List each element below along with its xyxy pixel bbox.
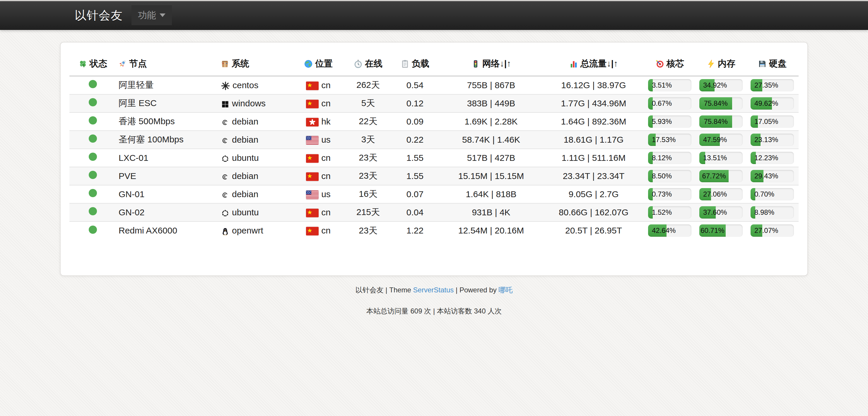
dart-icon xyxy=(655,59,664,68)
cpu-progress-label: 5.93% xyxy=(652,115,672,128)
status-online-dot xyxy=(89,135,97,143)
table-header-row: 状态节点系统位置在线负载网络↓|↑总流量↓|↑核芯内存硬盘 xyxy=(69,54,799,76)
openwrt-icon xyxy=(221,227,229,236)
server-row[interactable]: 香港 500Mbpsdebianhk22天0.091.69K | 2.28K1.… xyxy=(69,113,799,131)
uptime-cell: 16天 xyxy=(345,185,392,203)
location-cell: cn xyxy=(292,167,345,185)
server-row[interactable]: 阿里 ESCwindowscn5天0.12383B | 449B1.77G | … xyxy=(69,94,799,113)
ram-progress: 60.71% xyxy=(699,225,743,237)
ram-cell: 27.06% xyxy=(696,185,746,203)
disk-progress: 17.05% xyxy=(750,115,794,128)
powered-by-link[interactable]: 哪吒 xyxy=(498,286,513,294)
rocket-icon xyxy=(118,59,127,68)
ram-progress: 34.92% xyxy=(699,79,743,91)
disk-progress-label: 27.35% xyxy=(754,79,778,91)
os-name: openwrt xyxy=(232,226,263,235)
ram-cell: 67.72% xyxy=(696,167,746,185)
cpu-cell: 8.50% xyxy=(643,167,696,185)
network-speed-cell: 1.69K | 2.28K xyxy=(438,113,544,131)
column-header-label-traffic: 总流量↓|↑ xyxy=(581,59,618,68)
load-cell: 1.22 xyxy=(392,221,438,240)
status-cell xyxy=(69,149,116,167)
load-cell: 1.55 xyxy=(392,149,438,167)
uptime-cell: 23天 xyxy=(345,149,392,167)
disk-cell: 23.13% xyxy=(746,131,799,149)
package-icon xyxy=(220,59,229,68)
ram-progress-label: 37.60% xyxy=(703,206,727,218)
os-name: debian xyxy=(232,189,258,199)
load-cell: 0.04 xyxy=(392,203,438,221)
column-header-ram: 内存 xyxy=(696,54,746,76)
ubuntu-icon xyxy=(221,209,229,217)
status-cell xyxy=(69,94,116,113)
status-cell xyxy=(69,113,116,131)
server-row[interactable]: Redmi AX6000openwrtcn23天1.2212.54M | 20.… xyxy=(69,221,799,240)
column-header-label-node: 节点 xyxy=(129,59,147,68)
column-header-label-network: 网络↓|↑ xyxy=(482,59,511,68)
flag-cn-icon xyxy=(306,172,319,181)
cpu-progress: 17.53% xyxy=(648,133,691,146)
column-header-load: 负载 xyxy=(392,54,438,76)
disk-progress-label: 23.13% xyxy=(754,133,778,146)
total-traffic-cell: 80.66G | 162.07G xyxy=(544,203,643,221)
server-row[interactable]: LXC-01ubuntucn23天1.55517B | 427B1.11G | … xyxy=(69,149,799,167)
column-header-node: 节点 xyxy=(116,54,219,76)
column-header-label-cpu: 核芯 xyxy=(666,59,684,68)
cpu-cell: 5.93% xyxy=(643,113,696,131)
status-online-dot xyxy=(89,80,97,88)
location-code: cn xyxy=(321,98,331,108)
theme-link[interactable]: ServerStatus xyxy=(413,286,454,294)
menu-dropdown-toggle[interactable]: 功能 xyxy=(131,5,172,25)
column-header-label-status: 状态 xyxy=(90,59,107,68)
disk-progress-label: 0.70% xyxy=(754,188,774,200)
cpu-progress-label: 0.67% xyxy=(652,97,672,110)
cpu-progress-label: 1.52% xyxy=(652,206,672,218)
column-header-network: 网络↓|↑ xyxy=(438,54,544,76)
os-name: centos xyxy=(232,80,258,90)
network-speed-cell: 755B | 867B xyxy=(438,76,544,94)
server-row[interactable]: 阿里轻量centoscn262天0.54755B | 867B16.12G | … xyxy=(69,76,799,94)
system-cell: debian xyxy=(219,131,292,149)
uptime-cell: 3天 xyxy=(345,131,392,149)
server-row[interactable]: GN-02ubuntucn215天0.04931B | 4K80.66G | 1… xyxy=(69,203,799,221)
node-name-cell: 阿里轻量 xyxy=(116,76,219,94)
cpu-cell: 1.52% xyxy=(643,203,696,221)
node-name-cell: LXC-01 xyxy=(116,149,219,167)
clock-icon xyxy=(354,59,363,68)
column-header-label-load: 负载 xyxy=(412,59,429,68)
ubuntu-icon xyxy=(221,155,229,163)
network-speed-cell: 1.64K | 818B xyxy=(438,185,544,203)
column-header-uptime: 在线 xyxy=(345,54,392,76)
brand-link[interactable]: 以针会友 xyxy=(60,7,123,24)
ram-progress-label: 47.59% xyxy=(703,133,727,146)
disk-progress: 27.35% xyxy=(750,79,794,91)
globe-icon xyxy=(304,59,313,68)
ram-progress: 75.84% xyxy=(699,115,743,128)
total-traffic-cell: 1.64G | 892.36M xyxy=(544,113,643,131)
status-cell xyxy=(69,76,116,94)
column-header-location: 位置 xyxy=(292,54,345,76)
ram-progress: 47.59% xyxy=(699,133,743,146)
server-row[interactable]: GN-01debianus16天0.071.64K | 818B9.05G | … xyxy=(69,185,799,203)
server-table: 状态节点系统位置在线负载网络↓|↑总流量↓|↑核芯内存硬盘 阿里轻量centos… xyxy=(69,54,799,240)
status-cell xyxy=(69,203,116,221)
server-row[interactable]: 圣何塞 100Mbpsdebianus3天0.2258.74K | 1.46K1… xyxy=(69,131,799,149)
os-name: debian xyxy=(232,171,258,181)
status-online-dot xyxy=(89,116,97,124)
location-code: cn xyxy=(321,80,331,90)
disk-progress: 12.23% xyxy=(750,152,794,164)
cpu-cell: 3.51% xyxy=(643,76,696,94)
network-speed-cell: 15.15M | 15.15M xyxy=(438,167,544,185)
server-row[interactable]: PVEdebiancn23天1.5515.15M | 15.15M23.34T … xyxy=(69,167,799,185)
disk-progress-label: 8.98% xyxy=(754,206,774,218)
location-cell: cn xyxy=(292,221,345,240)
disk-cell: 27.35% xyxy=(746,76,799,94)
total-traffic-cell: 16.12G | 38.97G xyxy=(544,76,643,94)
ram-progress-label: 60.71% xyxy=(699,225,726,237)
clipboard-icon xyxy=(401,59,409,68)
load-cell: 1.55 xyxy=(392,167,438,185)
column-header-label-system: 系统 xyxy=(231,59,249,68)
status-online-dot xyxy=(89,226,97,234)
cpu-progress-label: 42.64% xyxy=(652,225,676,237)
cpu-progress-label: 8.12% xyxy=(652,152,672,164)
